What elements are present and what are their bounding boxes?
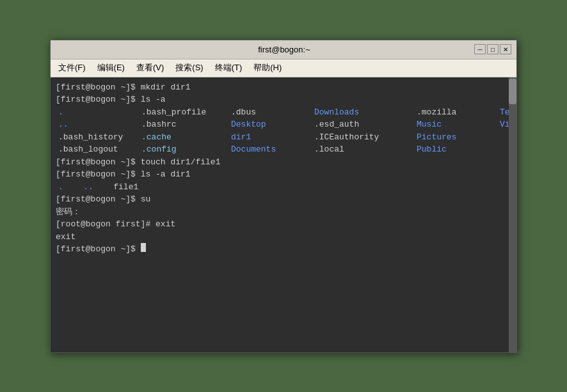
ls-item: . <box>56 106 139 119</box>
plain-text: 密码： <box>56 206 81 219</box>
terminal-line: [first@bogon ~]$ mkdir dir1 <box>56 81 511 94</box>
ls-item: Music <box>414 118 497 131</box>
prompt: [first@bogon ~]$ <box>56 168 141 181</box>
ls-item: .bashrc <box>139 118 228 131</box>
ls-item: .bash_history <box>56 131 139 144</box>
prompt: [first@bogon ~]$ <box>56 193 141 206</box>
terminal-line: [root@bogon first]# exit <box>56 218 511 231</box>
ls-item: . <box>56 181 81 194</box>
command-text: su <box>141 193 151 206</box>
ls-item: .esd_auth <box>312 118 414 131</box>
ls-item: .cache <box>139 131 228 144</box>
ls-output-row: .bash_history .cache dir1 .ICEauthority … <box>56 131 511 144</box>
menu-help[interactable]: 帮助(H) <box>248 61 287 75</box>
menu-search[interactable]: 搜索(S) <box>170 61 208 75</box>
command-text: exit <box>156 218 175 231</box>
maximize-button[interactable]: □ <box>487 44 499 54</box>
ls-item: file1 <box>111 181 141 194</box>
menu-file[interactable]: 文件(F) <box>53 61 91 75</box>
ls-item: .mozilla <box>414 106 497 119</box>
menu-terminal[interactable]: 终端(T) <box>210 61 248 75</box>
command-text: mkdir dir1 <box>141 81 191 94</box>
ls-item: .local <box>312 143 414 156</box>
terminal-body[interactable]: [first@bogon ~]$ mkdir dir1 [first@bogon… <box>51 77 516 352</box>
terminal-line: [first@bogon ~]$ ls -a dir1 <box>56 168 511 181</box>
ls-item: Pictures <box>414 131 497 144</box>
terminal-line: exit <box>56 231 511 244</box>
close-button[interactable]: ✕ <box>500 44 511 54</box>
minimize-button[interactable]: ─ <box>474 44 486 54</box>
ls-item: Downloads <box>312 106 414 119</box>
terminal-line: [first@bogon ~]$ touch dir1/file1 <box>56 156 511 169</box>
prompt: [first@bogon ~]$ <box>56 81 141 94</box>
window-controls: ─ □ ✕ <box>474 44 511 54</box>
ls-dir-output: . .. file1 <box>56 181 511 194</box>
ls-item: .bash_logout <box>56 143 139 156</box>
menubar: 文件(F) 编辑(E) 查看(V) 搜索(S) 终端(T) 帮助(H) <box>51 59 516 77</box>
cursor <box>141 243 146 252</box>
prompt: [first@bogon ~]$ <box>56 156 141 169</box>
titlebar: first@bogon:~ ─ □ ✕ <box>51 40 516 59</box>
ls-item: Public <box>414 143 497 156</box>
plain-text: exit <box>56 231 76 244</box>
ls-output-row: .bash_logout .config Documents .local Pu… <box>56 143 511 156</box>
scrollbar-thumb[interactable] <box>509 79 516 104</box>
command-text: touch dir1/file1 <box>141 156 221 169</box>
scrollbar-track[interactable] <box>509 77 516 352</box>
terminal-window: first@bogon:~ ─ □ ✕ 文件(F) 编辑(E) 查看(V) 搜索… <box>50 40 517 353</box>
terminal-line: 密码： <box>56 206 511 219</box>
ls-item: Desktop <box>228 118 312 131</box>
menu-edit[interactable]: 编辑(E) <box>92 61 130 75</box>
ls-item: .config <box>139 143 228 156</box>
ls-item: Documents <box>228 143 312 156</box>
terminal-line: [first@bogon ~]$ su <box>56 193 511 206</box>
command-text: ls -a dir1 <box>141 168 191 181</box>
command-text: ls -a <box>141 93 166 106</box>
menu-view[interactable]: 查看(V) <box>131 61 169 75</box>
ls-item: .. <box>56 118 139 131</box>
terminal-line: [first@bogon ~]$ ls -a <box>56 93 511 106</box>
prompt: [first@bogon ~]$ <box>56 93 141 106</box>
ls-item: .dbus <box>228 106 312 119</box>
prompt: [first@bogon ~]$ <box>56 243 141 256</box>
ls-output-row: . .bash_profile .dbus Downloads .mozilla… <box>56 106 511 119</box>
ls-item: .bash_profile <box>139 106 228 119</box>
prompt: [root@bogon first]# <box>56 218 156 231</box>
window-title: first@bogon:~ <box>94 45 474 54</box>
ls-item: dir1 <box>228 131 312 144</box>
ls-item: .ICEauthority <box>312 131 414 144</box>
ls-output-row: .. .bashrc Desktop .esd_auth Music Video… <box>56 118 511 131</box>
terminal-line: [first@bogon ~]$ <box>56 243 511 256</box>
ls-item: .. <box>81 181 111 194</box>
